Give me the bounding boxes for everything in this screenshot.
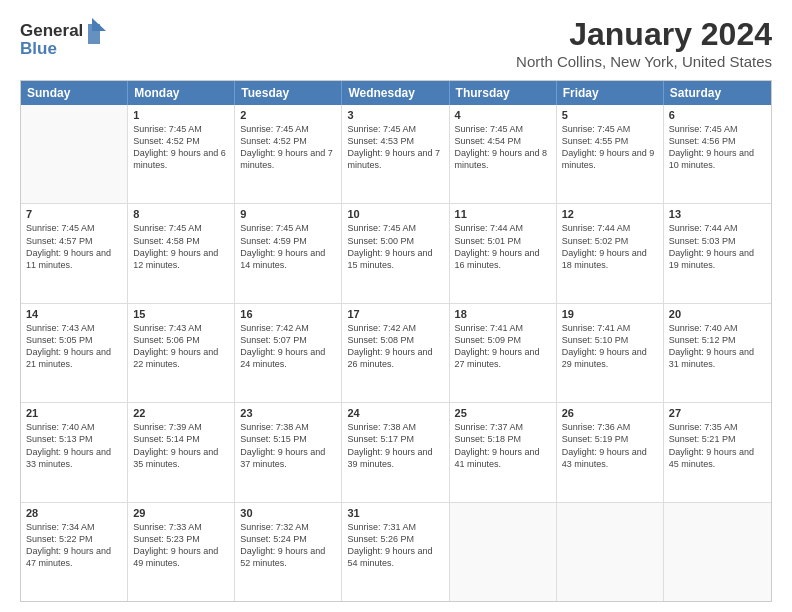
day-cell-9: 9Sunrise: 7:45 AMSunset: 4:59 PMDaylight… — [235, 204, 342, 302]
calendar-week-1: 1Sunrise: 7:45 AMSunset: 4:52 PMDaylight… — [21, 105, 771, 204]
day-info: Sunrise: 7:42 AMSunset: 5:08 PMDaylight:… — [347, 322, 443, 371]
day-info: Sunrise: 7:45 AMSunset: 4:52 PMDaylight:… — [133, 123, 229, 172]
day-number: 11 — [455, 208, 551, 220]
day-number: 25 — [455, 407, 551, 419]
day-number: 9 — [240, 208, 336, 220]
day-cell-empty — [664, 503, 771, 601]
day-info: Sunrise: 7:43 AMSunset: 5:05 PMDaylight:… — [26, 322, 122, 371]
day-number: 23 — [240, 407, 336, 419]
day-header-saturday: Saturday — [664, 81, 771, 105]
day-info: Sunrise: 7:45 AMSunset: 5:00 PMDaylight:… — [347, 222, 443, 271]
day-number: 4 — [455, 109, 551, 121]
day-info: Sunrise: 7:44 AMSunset: 5:02 PMDaylight:… — [562, 222, 658, 271]
logo: General Blue — [20, 16, 110, 64]
day-info: Sunrise: 7:44 AMSunset: 5:01 PMDaylight:… — [455, 222, 551, 271]
day-cell-5: 5Sunrise: 7:45 AMSunset: 4:55 PMDaylight… — [557, 105, 664, 203]
day-cell-6: 6Sunrise: 7:45 AMSunset: 4:56 PMDaylight… — [664, 105, 771, 203]
svg-text:Blue: Blue — [20, 39, 57, 58]
day-info: Sunrise: 7:45 AMSunset: 4:53 PMDaylight:… — [347, 123, 443, 172]
day-info: Sunrise: 7:45 AMSunset: 4:52 PMDaylight:… — [240, 123, 336, 172]
day-info: Sunrise: 7:45 AMSunset: 4:59 PMDaylight:… — [240, 222, 336, 271]
day-header-thursday: Thursday — [450, 81, 557, 105]
day-cell-7: 7Sunrise: 7:45 AMSunset: 4:57 PMDaylight… — [21, 204, 128, 302]
day-number: 16 — [240, 308, 336, 320]
day-cell-3: 3Sunrise: 7:45 AMSunset: 4:53 PMDaylight… — [342, 105, 449, 203]
day-header-friday: Friday — [557, 81, 664, 105]
day-cell-2: 2Sunrise: 7:45 AMSunset: 4:52 PMDaylight… — [235, 105, 342, 203]
day-info: Sunrise: 7:41 AMSunset: 5:09 PMDaylight:… — [455, 322, 551, 371]
main-title: January 2024 — [516, 16, 772, 53]
day-cell-17: 17Sunrise: 7:42 AMSunset: 5:08 PMDayligh… — [342, 304, 449, 402]
day-number: 3 — [347, 109, 443, 121]
day-info: Sunrise: 7:45 AMSunset: 4:56 PMDaylight:… — [669, 123, 766, 172]
day-number: 27 — [669, 407, 766, 419]
day-cell-14: 14Sunrise: 7:43 AMSunset: 5:05 PMDayligh… — [21, 304, 128, 402]
day-cell-19: 19Sunrise: 7:41 AMSunset: 5:10 PMDayligh… — [557, 304, 664, 402]
day-number: 22 — [133, 407, 229, 419]
day-info: Sunrise: 7:45 AMSunset: 4:54 PMDaylight:… — [455, 123, 551, 172]
day-header-sunday: Sunday — [21, 81, 128, 105]
day-cell-22: 22Sunrise: 7:39 AMSunset: 5:14 PMDayligh… — [128, 403, 235, 501]
day-number: 29 — [133, 507, 229, 519]
calendar-week-2: 7Sunrise: 7:45 AMSunset: 4:57 PMDaylight… — [21, 204, 771, 303]
day-cell-26: 26Sunrise: 7:36 AMSunset: 5:19 PMDayligh… — [557, 403, 664, 501]
day-cell-23: 23Sunrise: 7:38 AMSunset: 5:15 PMDayligh… — [235, 403, 342, 501]
day-number: 2 — [240, 109, 336, 121]
day-number: 15 — [133, 308, 229, 320]
day-info: Sunrise: 7:38 AMSunset: 5:17 PMDaylight:… — [347, 421, 443, 470]
day-cell-4: 4Sunrise: 7:45 AMSunset: 4:54 PMDaylight… — [450, 105, 557, 203]
day-cell-18: 18Sunrise: 7:41 AMSunset: 5:09 PMDayligh… — [450, 304, 557, 402]
calendar: SundayMondayTuesdayWednesdayThursdayFrid… — [20, 80, 772, 602]
day-info: Sunrise: 7:39 AMSunset: 5:14 PMDaylight:… — [133, 421, 229, 470]
day-info: Sunrise: 7:35 AMSunset: 5:21 PMDaylight:… — [669, 421, 766, 470]
day-cell-20: 20Sunrise: 7:40 AMSunset: 5:12 PMDayligh… — [664, 304, 771, 402]
day-header-tuesday: Tuesday — [235, 81, 342, 105]
subtitle: North Collins, New York, United States — [516, 53, 772, 70]
day-cell-16: 16Sunrise: 7:42 AMSunset: 5:07 PMDayligh… — [235, 304, 342, 402]
calendar-body: 1Sunrise: 7:45 AMSunset: 4:52 PMDaylight… — [21, 105, 771, 601]
day-number: 26 — [562, 407, 658, 419]
day-cell-10: 10Sunrise: 7:45 AMSunset: 5:00 PMDayligh… — [342, 204, 449, 302]
day-info: Sunrise: 7:41 AMSunset: 5:10 PMDaylight:… — [562, 322, 658, 371]
day-number: 21 — [26, 407, 122, 419]
day-number: 10 — [347, 208, 443, 220]
day-number: 12 — [562, 208, 658, 220]
day-number: 20 — [669, 308, 766, 320]
day-info: Sunrise: 7:32 AMSunset: 5:24 PMDaylight:… — [240, 521, 336, 570]
day-header-monday: Monday — [128, 81, 235, 105]
calendar-week-4: 21Sunrise: 7:40 AMSunset: 5:13 PMDayligh… — [21, 403, 771, 502]
day-cell-8: 8Sunrise: 7:45 AMSunset: 4:58 PMDaylight… — [128, 204, 235, 302]
day-number: 1 — [133, 109, 229, 121]
day-info: Sunrise: 7:37 AMSunset: 5:18 PMDaylight:… — [455, 421, 551, 470]
day-info: Sunrise: 7:44 AMSunset: 5:03 PMDaylight:… — [669, 222, 766, 271]
day-cell-12: 12Sunrise: 7:44 AMSunset: 5:02 PMDayligh… — [557, 204, 664, 302]
day-number: 31 — [347, 507, 443, 519]
day-info: Sunrise: 7:42 AMSunset: 5:07 PMDaylight:… — [240, 322, 336, 371]
svg-marker-3 — [92, 18, 106, 31]
header: General Blue January 2024 North Collins,… — [20, 16, 772, 70]
day-cell-15: 15Sunrise: 7:43 AMSunset: 5:06 PMDayligh… — [128, 304, 235, 402]
day-number: 5 — [562, 109, 658, 121]
day-info: Sunrise: 7:45 AMSunset: 4:58 PMDaylight:… — [133, 222, 229, 271]
day-number: 13 — [669, 208, 766, 220]
day-number: 7 — [26, 208, 122, 220]
day-cell-25: 25Sunrise: 7:37 AMSunset: 5:18 PMDayligh… — [450, 403, 557, 501]
day-cell-11: 11Sunrise: 7:44 AMSunset: 5:01 PMDayligh… — [450, 204, 557, 302]
day-info: Sunrise: 7:34 AMSunset: 5:22 PMDaylight:… — [26, 521, 122, 570]
day-header-wednesday: Wednesday — [342, 81, 449, 105]
page: General Blue January 2024 North Collins,… — [0, 0, 792, 612]
day-number: 8 — [133, 208, 229, 220]
svg-text:General: General — [20, 21, 83, 40]
day-info: Sunrise: 7:36 AMSunset: 5:19 PMDaylight:… — [562, 421, 658, 470]
day-cell-29: 29Sunrise: 7:33 AMSunset: 5:23 PMDayligh… — [128, 503, 235, 601]
calendar-week-3: 14Sunrise: 7:43 AMSunset: 5:05 PMDayligh… — [21, 304, 771, 403]
logo-text: General Blue — [20, 16, 110, 64]
title-block: January 2024 North Collins, New York, Un… — [516, 16, 772, 70]
day-info: Sunrise: 7:40 AMSunset: 5:13 PMDaylight:… — [26, 421, 122, 470]
day-info: Sunrise: 7:45 AMSunset: 4:57 PMDaylight:… — [26, 222, 122, 271]
day-number: 19 — [562, 308, 658, 320]
day-cell-28: 28Sunrise: 7:34 AMSunset: 5:22 PMDayligh… — [21, 503, 128, 601]
calendar-week-5: 28Sunrise: 7:34 AMSunset: 5:22 PMDayligh… — [21, 503, 771, 601]
day-cell-24: 24Sunrise: 7:38 AMSunset: 5:17 PMDayligh… — [342, 403, 449, 501]
day-info: Sunrise: 7:33 AMSunset: 5:23 PMDaylight:… — [133, 521, 229, 570]
